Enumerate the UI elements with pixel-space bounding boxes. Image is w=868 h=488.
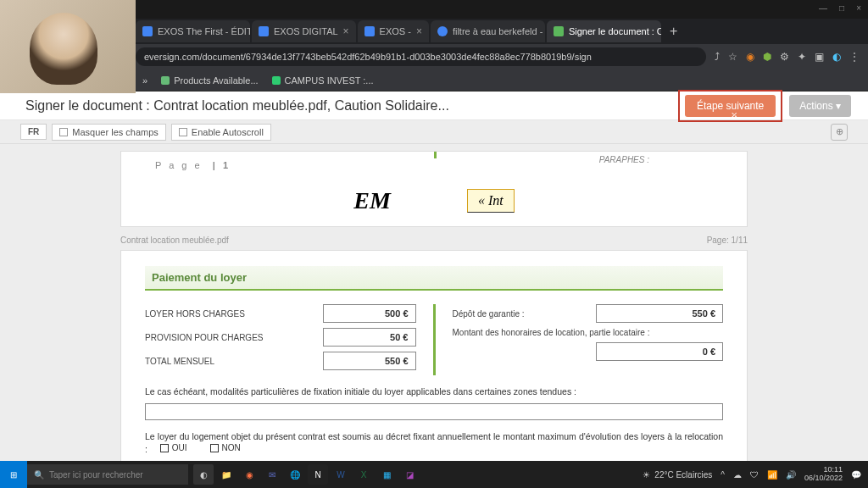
field-label: TOTAL MENSUEL [145, 357, 316, 366]
extension-icons: ⤴ ☆ ◉ ⬢ ⚙ ✦ ▣ ◐ ⋮ [715, 51, 868, 63]
zoom-button[interactable]: ⊕ [831, 124, 848, 141]
taskbar-search[interactable]: 🔍Taper ici pour rechercher [27, 464, 188, 485]
app-icon[interactable]: ◪ [399, 464, 420, 485]
ext-icon[interactable]: ⚙ [780, 51, 789, 63]
document-page: P a g e | 1 PARAPHES : EM « Int [120, 151, 748, 227]
tray-chevron-icon[interactable]: ^ [721, 470, 725, 480]
ext-icon[interactable]: ⬢ [763, 51, 771, 63]
oui-checkbox[interactable]: OUI [160, 442, 187, 454]
ext-icon[interactable]: ◉ [746, 51, 754, 63]
bookmark-icon [272, 76, 281, 85]
tray-icon[interactable]: 🛡 [750, 470, 759, 480]
wifi-icon[interactable]: 📶 [767, 470, 777, 480]
value-box: 550 € [323, 352, 416, 370]
menu-icon[interactable]: ⋮ [849, 51, 860, 63]
favicon-icon [259, 26, 269, 36]
highlight-annotation: Étape suivante [678, 90, 782, 122]
tab[interactable]: EXOS The First - ÉDITION P× [136, 20, 250, 42]
language-selector[interactable]: FR [20, 124, 47, 140]
field-label: Dépôt de garantie : [453, 309, 590, 319]
checkbox-icon [160, 444, 169, 452]
sun-icon: ☀ [643, 470, 650, 480]
document-toolbar: FR Masquer les champs Enable Autoscroll … [0, 120, 868, 144]
tab[interactable]: EXOS DIGITAL× [252, 20, 356, 42]
share-icon[interactable]: ⤴ [715, 51, 720, 63]
close-icon[interactable]: × [343, 25, 349, 37]
tray-icon[interactable]: ☁ [733, 470, 742, 480]
page-title: Signer le document : Contrat location me… [25, 98, 449, 114]
bookmark-icon [161, 76, 170, 85]
field-label: LOYER HORS CHARGES [145, 309, 316, 319]
notifications-icon[interactable]: 💬 [851, 470, 861, 480]
clock[interactable]: 10:1106/10/2022 [804, 466, 843, 483]
star-icon[interactable]: ☆ [728, 51, 737, 63]
tab-active[interactable]: Signer le document : Contr× [547, 20, 661, 42]
paragraph: Le loyer du logement objet du présent co… [145, 430, 723, 456]
favicon-icon [142, 26, 153, 36]
text-input-box [145, 403, 723, 420]
app-icon[interactable]: ▦ [376, 464, 397, 485]
app-icon[interactable]: 📁 [216, 464, 236, 485]
document-page: Paiement du loyer LOYER HORS CHARGES500 … [120, 250, 748, 488]
eversign-icon [554, 26, 564, 36]
tab[interactable]: filtre à eau berkefeld - Rech× [431, 20, 545, 42]
page-number: P a g e | 1 [155, 160, 231, 170]
bookmark-more-icon[interactable]: » [142, 75, 147, 86]
divider [434, 152, 437, 158]
checkbox-icon [210, 444, 219, 452]
bookmark[interactable]: Products Available... [161, 75, 258, 86]
bookmark-label: CAMPUS INVEST :... [285, 75, 374, 86]
autoscroll-checkbox[interactable]: Enable Autoscroll [171, 124, 271, 141]
google-icon [437, 26, 448, 36]
volume-icon[interactable]: 🔊 [786, 470, 796, 480]
value-box: 0 € [596, 342, 723, 361]
close-button[interactable]: × [856, 3, 861, 15]
app-icon[interactable]: ◉ [239, 464, 259, 485]
new-tab-button[interactable]: + [663, 24, 684, 39]
tab[interactable]: EXOS -× [358, 20, 429, 42]
puzzle-icon[interactable]: ✦ [798, 51, 806, 63]
hide-fields-checkbox[interactable]: Masquer les champs [52, 124, 166, 141]
field-label: PROVISION POUR CHARGES [145, 333, 316, 342]
tab-label: EXOS The First - ÉDITION P [158, 26, 250, 36]
word-icon[interactable]: W [331, 464, 351, 485]
value-box: 500 € [323, 304, 416, 323]
tab-label: filtre à eau berkefeld - Rech [453, 26, 545, 36]
system-tray: ☀22°C Eclaircies ^ ☁ 🛡 📶 🔊 10:1106/10/20… [643, 466, 868, 483]
ext-icon[interactable]: ◐ [832, 51, 841, 63]
next-step-button[interactable]: Étape suivante [685, 95, 776, 117]
document-meta: Contrat location meublée.pdf Page: 1/11 [120, 236, 748, 245]
initials-signature: EM [353, 187, 391, 214]
checkbox-icon [179, 128, 187, 136]
bookmark[interactable]: CAMPUS INVEST :... [272, 75, 374, 86]
ext-icon[interactable]: ▣ [815, 51, 824, 63]
weather-widget[interactable]: ☀22°C Eclaircies [643, 470, 712, 480]
paragraph: Le cas échéant, modalités particulières … [145, 385, 723, 398]
app-icon[interactable]: N [308, 464, 328, 485]
actions-dropdown[interactable]: Actions ▾ [789, 95, 851, 117]
app-header: Signer le document : Contrat location me… [0, 92, 868, 120]
document-filename: Contrat location meublée.pdf [120, 236, 229, 245]
maximize-button[interactable]: □ [839, 3, 844, 15]
document-workspace[interactable]: P a g e | 1 PARAPHES : EM « Int Contrat … [0, 144, 868, 488]
column-divider [433, 304, 436, 375]
minimize-button[interactable]: — [819, 3, 827, 15]
close-icon[interactable]: × [416, 25, 422, 37]
tab-label: Signer le document : Contr [569, 26, 661, 36]
url-input[interactable]: eversign.com/document/67934de13f7743beb5… [136, 47, 706, 66]
paraphes-label: PARAPHES : [599, 155, 649, 164]
excel-icon[interactable]: X [353, 464, 374, 485]
start-button[interactable]: ⊞ [0, 461, 27, 488]
taskbar-apps: ◐ 📁 ◉ ✉ 🌐 N W X ▦ ◪ [193, 464, 420, 485]
chrome-icon[interactable]: 🌐 [285, 464, 305, 485]
checkbox-icon [59, 128, 68, 136]
tab-label: EXOS - [380, 26, 411, 36]
windows-taskbar: ⊞ 🔍Taper ici pour rechercher ◐ 📁 ◉ ✉ 🌐 N… [0, 461, 868, 488]
field-label: Montant des honoraires de location, part… [453, 328, 724, 337]
app-icon[interactable]: ◐ [193, 464, 214, 485]
favicon-icon [364, 26, 375, 36]
initials-field[interactable]: « Int [467, 189, 515, 213]
non-checkbox[interactable]: NON [210, 442, 241, 454]
app-icon[interactable]: ✉ [262, 464, 282, 485]
section-heading: Paiement du loyer [145, 266, 723, 291]
